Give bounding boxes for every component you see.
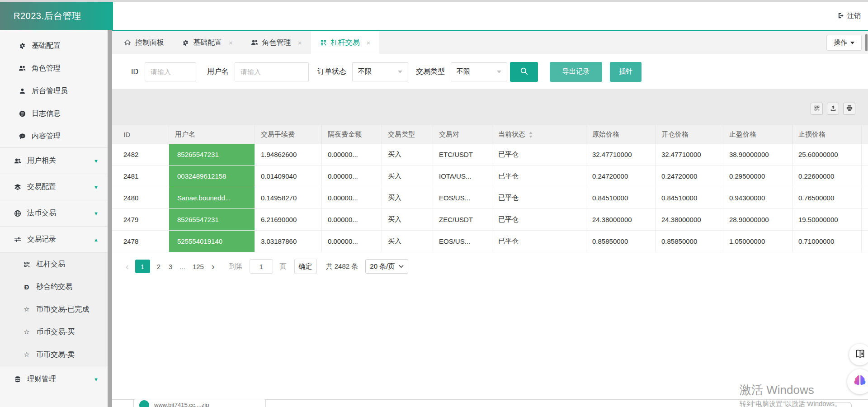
table-cell: 0.85850000 (586, 231, 656, 252)
table-cell: 0.01409040 (255, 166, 322, 187)
close-tab-icon[interactable]: × (229, 39, 233, 47)
column-header-label: 原始价格 (592, 130, 619, 139)
home-icon (124, 39, 131, 46)
username-filter-label: 用户名 (207, 67, 229, 76)
sidebar-item-label: 交易记录 (27, 235, 56, 244)
page-number[interactable]: 125 (193, 263, 204, 270)
sidebar-item[interactable]: 日志信息 (0, 102, 108, 125)
sidebar-scrollbar[interactable] (108, 30, 112, 407)
chevron-up-icon: ▲ (94, 237, 99, 242)
sidebar-subitem[interactable]: ☆币币交易-买 (0, 321, 108, 343)
sidebar-item[interactable]: 内容管理 (0, 125, 108, 147)
table-cell: IOTA/US... (433, 166, 492, 187)
column-header: 用户名 (169, 125, 255, 144)
order-status-select[interactable]: 不限 (352, 62, 408, 81)
comment-icon (17, 133, 27, 140)
table-row[interactable]: 24785255540191403.031878600.00000...买入EO… (112, 231, 868, 252)
order-status-value: 不限 (358, 67, 372, 76)
table-cell: 0.76500000 (793, 187, 862, 208)
finance-icon (13, 376, 23, 383)
table-cell: 已平仓 (492, 187, 586, 208)
sidebar-subitem[interactable]: Đ秒合约交易 (0, 275, 108, 298)
close-tab-icon[interactable]: × (367, 39, 371, 47)
sidebar-subitem[interactable]: ☆币币交易-已完成 (0, 298, 108, 321)
download-item[interactable]: www.bit7415.cc....zip (133, 399, 266, 407)
reading-mode-button[interactable] (849, 344, 868, 365)
page-size-select[interactable]: 20 条/页 (365, 259, 408, 274)
tab-label: 角色管理 (262, 38, 291, 47)
table-cell: 买入 (382, 231, 433, 252)
column-header-label: 止损价格 (798, 130, 826, 139)
sort-icon[interactable] (529, 132, 533, 138)
export-records-button[interactable]: 导出记录 (550, 62, 602, 82)
page-number[interactable]: 2 (157, 263, 160, 270)
goto-page-input[interactable] (250, 259, 273, 274)
column-header[interactable]: 当前状态 (492, 125, 586, 144)
close-tab-icon[interactable]: × (298, 39, 302, 47)
tab-active[interactable]: 杠杆交易× (311, 31, 380, 54)
table-cell: ETC/USDT (433, 144, 492, 165)
username-cell: 85265547231 (169, 209, 255, 230)
trade-type-value: 不限 (457, 67, 470, 76)
table-cell: 0.24720000 (656, 166, 723, 187)
table-row[interactable]: 2482852655472311.948626000.00000...买入ETC… (112, 144, 868, 166)
sidebar-item[interactable]: 后台管理员 (0, 80, 108, 102)
column-header: ID (112, 125, 169, 144)
sidebar-subitem[interactable]: ☆币币交易-卖 (0, 343, 108, 366)
star-icon: ☆ (22, 305, 32, 313)
username-cell: Sanae.bounedd... (169, 187, 255, 208)
sidebar-subitem-label: 币币交易-买 (36, 327, 75, 337)
column-header-label: 止盈价格 (729, 130, 756, 139)
chevron-down-icon: ▼ (94, 185, 99, 190)
table-cell: 已平仓 (492, 144, 586, 165)
table-header-row: ID用户名交易手续费隔夜费金额交易类型交易对当前状态原始价格开仓价格止盈价格止损… (112, 125, 868, 144)
sidebar-item[interactable]: 交易记录▲ (0, 226, 108, 252)
username-cell: 0032489612158 (169, 166, 255, 187)
sidebar-item[interactable]: 用户相关▼ (0, 147, 108, 174)
tab-item[interactable]: 角色管理× (242, 31, 311, 54)
sidebar-item[interactable]: 交易配置▼ (0, 174, 108, 200)
accent-divider (112, 30, 868, 31)
columns-button[interactable] (811, 103, 823, 115)
page-number[interactable]: 3 (169, 263, 172, 270)
username-filter-input[interactable] (235, 62, 309, 81)
download-progress-icon (139, 400, 149, 407)
table-cell: 0.22600000 (793, 166, 862, 187)
sidebar-item[interactable]: 角色管理 (0, 57, 108, 80)
export-button[interactable] (827, 103, 839, 115)
prev-page-icon[interactable]: ‹ (122, 261, 132, 272)
download-shelf-button[interactable] (800, 402, 852, 407)
confirm-page-button[interactable]: 确定 (294, 259, 317, 274)
logout-button[interactable]: 注销 (838, 12, 861, 20)
username-cell: 525554019140 (169, 231, 255, 252)
table-cell: 38.90000000 (723, 144, 793, 165)
sidebar-item[interactable]: 法币交易▼ (0, 200, 108, 226)
sidebar-item[interactable]: 基础配置 (0, 34, 108, 57)
sidebar-item-label: 法币交易 (27, 208, 56, 218)
page-number-active[interactable]: 1 (135, 260, 150, 273)
tab-item[interactable]: 基础配置× (173, 31, 242, 54)
gear-icon (182, 39, 189, 46)
caret-down-icon (850, 42, 854, 44)
sidebar-item-label: 基础配置 (32, 41, 61, 51)
table-cell: 0.00000... (322, 144, 382, 165)
tabbar-scrollbar[interactable] (865, 34, 868, 51)
table-cell: 25.60000000 (793, 144, 862, 165)
next-page-icon[interactable]: › (208, 261, 218, 272)
search-button[interactable] (510, 62, 538, 82)
table-cell: 买入 (382, 166, 433, 187)
tab-item[interactable]: 控制面板 (115, 31, 173, 54)
actions-dropdown-button[interactable]: 操作 (826, 35, 862, 51)
table-row[interactable]: 2480Sanae.bounedd...0.149582700.00000...… (112, 187, 868, 209)
table-row[interactable]: 2479852655472316.216900000.00000...买入ZEC… (112, 209, 868, 231)
trade-type-select[interactable]: 不限 (451, 62, 507, 81)
print-button[interactable] (843, 103, 855, 115)
sidebar-subitem[interactable]: 杠杆交易 (0, 253, 108, 275)
column-header-label: 交易手续费 (261, 130, 295, 139)
log-icon (17, 110, 27, 117)
id-filter-input[interactable] (145, 62, 196, 81)
table-row[interactable]: 248100324896121580.014090400.00000...买入I… (112, 166, 868, 187)
pin-button[interactable]: 插针 (610, 62, 642, 82)
table-cell: 2481 (112, 166, 169, 187)
sidebar-item[interactable]: 理财管理▼ (0, 366, 108, 392)
